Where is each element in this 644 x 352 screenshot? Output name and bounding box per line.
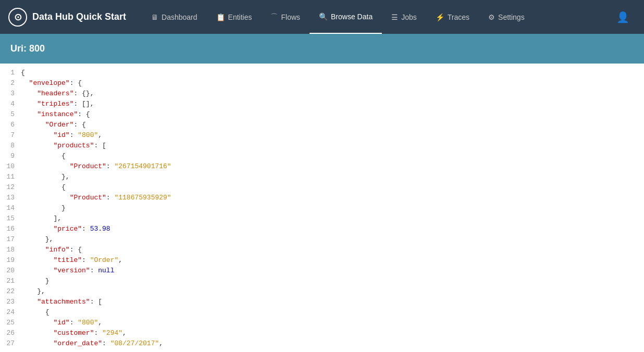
line-content: "version": null xyxy=(21,266,644,276)
code-line: 15 ], xyxy=(0,213,644,224)
line-number: 5 xyxy=(0,109,21,120)
app-title: Data Hub Quick Start xyxy=(32,11,126,22)
line-content: "instance": { xyxy=(21,109,644,120)
line-content: }, xyxy=(21,234,644,245)
line-number: 24 xyxy=(0,307,21,318)
line-number: 14 xyxy=(0,203,21,213)
code-line: 3 "headers": {}, xyxy=(0,89,644,99)
code-line: 1{ xyxy=(0,68,644,78)
line-number: 13 xyxy=(0,193,21,203)
nav-flows[interactable]: ⌒ Flows xyxy=(261,0,309,34)
line-content: "envelope": { xyxy=(21,78,644,89)
line-number: 20 xyxy=(0,266,21,276)
line-number: 2 xyxy=(0,78,21,89)
nav-browse-data[interactable]: 🔍 Browse Data xyxy=(309,0,382,34)
line-content: }, xyxy=(21,172,644,182)
flows-icon: ⌒ xyxy=(270,12,278,22)
code-line: 5 "instance": { xyxy=(0,109,644,120)
nav-traces[interactable]: ⚡ Traces xyxy=(426,0,479,34)
code-line: 21 } xyxy=(0,276,644,286)
line-number: 18 xyxy=(0,245,21,255)
line-number: 8 xyxy=(0,141,21,151)
browse-data-icon: 🔍 xyxy=(319,12,328,21)
line-content: "id": "800", xyxy=(21,130,644,141)
line-content: { xyxy=(21,68,644,78)
line-content: "Order": { xyxy=(21,120,644,130)
line-content: "triples": [], xyxy=(21,99,644,109)
line-number: 10 xyxy=(0,161,21,172)
line-content: "headers": {}, xyxy=(21,89,644,99)
code-line: 9 { xyxy=(0,151,644,161)
line-number: 22 xyxy=(0,286,21,297)
line-number: 1 xyxy=(0,68,21,78)
nav-flows-label: Flows xyxy=(281,13,300,21)
user-icon[interactable]: 👤 xyxy=(610,11,636,23)
app-logo[interactable]: ⊙ Data Hub Quick Start xyxy=(8,8,126,27)
line-content: ], xyxy=(21,213,644,224)
code-line: 18 "info": { xyxy=(0,245,644,255)
line-number: 15 xyxy=(0,213,21,224)
nav-items: 🖥 Dashboard 📋 Entities ⌒ Flows 🔍 Browse … xyxy=(142,0,610,34)
nav-entities-label: Entities xyxy=(228,13,252,21)
line-number: 19 xyxy=(0,255,21,266)
code-line: 10 "Product": "267154901716" xyxy=(0,161,644,172)
nav-browse-data-label: Browse Data xyxy=(331,12,373,21)
logo-icon: ⊙ xyxy=(8,8,27,27)
code-line: 6 "Order": { xyxy=(0,120,644,130)
nav-settings-label: Settings xyxy=(498,13,525,21)
code-line: 17 }, xyxy=(0,234,644,245)
line-number: 23 xyxy=(0,297,21,307)
code-line: 11 }, xyxy=(0,172,644,182)
entities-icon: 📋 xyxy=(216,13,225,21)
code-line: 16 "price": 53.98 xyxy=(0,224,644,234)
code-line: 8 "products": [ xyxy=(0,141,644,151)
line-number: 6 xyxy=(0,120,21,130)
code-line: 23 "attachments": [ xyxy=(0,297,644,307)
code-line: 7 "id": "800", xyxy=(0,130,644,141)
line-number: 16 xyxy=(0,224,21,234)
settings-icon: ⚙ xyxy=(488,13,495,21)
nav-entities[interactable]: 📋 Entities xyxy=(207,0,262,34)
line-content: { xyxy=(21,307,644,318)
line-content: "products": [ xyxy=(21,141,644,151)
dashboard-icon: 🖥 xyxy=(151,13,158,21)
nav-jobs-label: Jobs xyxy=(401,13,417,21)
nav-settings[interactable]: ⚙ Settings xyxy=(479,0,534,34)
traces-icon: ⚡ xyxy=(436,13,444,21)
code-line: 22 }, xyxy=(0,286,644,297)
line-number: 12 xyxy=(0,182,21,193)
code-line: 27 "order_date": "08/27/2017", xyxy=(0,338,644,349)
line-content: "attachments": [ xyxy=(21,297,644,307)
line-number: 17 xyxy=(0,234,21,245)
nav-jobs[interactable]: ☰ Jobs xyxy=(382,0,426,34)
line-content: "Product": "267154901716" xyxy=(21,161,644,172)
nav-right: 👤 xyxy=(610,11,636,23)
code-line: 26 "customer": "294", xyxy=(0,328,644,338)
line-number: 11 xyxy=(0,172,21,182)
jobs-icon: ☰ xyxy=(391,13,398,21)
code-line: 4 "triples": [], xyxy=(0,99,644,109)
nav-dashboard-label: Dashboard xyxy=(162,13,197,21)
code-viewer[interactable]: 1{2 "envelope": {3 "headers": {},4 "trip… xyxy=(0,64,644,351)
code-line: 24 { xyxy=(0,307,644,318)
line-number: 21 xyxy=(0,276,21,286)
code-line: 25 "id": "800", xyxy=(0,318,644,328)
nav-traces-label: Traces xyxy=(448,13,469,21)
line-content: "info": { xyxy=(21,245,644,255)
uri-header: Uri: 800 xyxy=(0,34,644,64)
line-number: 3 xyxy=(0,89,21,99)
line-content: "customer": "294", xyxy=(21,328,644,338)
line-content: "title": "Order", xyxy=(21,255,644,266)
navbar: ⊙ Data Hub Quick Start 🖥 Dashboard 📋 Ent… xyxy=(0,0,644,34)
code-line: 12 { xyxy=(0,182,644,193)
line-number: 9 xyxy=(0,151,21,161)
line-content: } xyxy=(21,203,644,213)
line-content: }, xyxy=(21,286,644,297)
nav-dashboard[interactable]: 🖥 Dashboard xyxy=(142,0,207,34)
line-number: 7 xyxy=(0,130,21,141)
line-content: { xyxy=(21,151,644,161)
code-line: 20 "version": null xyxy=(0,266,644,276)
line-content: "id": "800", xyxy=(21,318,644,328)
line-content: "Product": "118675935929" xyxy=(21,193,644,203)
line-number: 4 xyxy=(0,99,21,109)
